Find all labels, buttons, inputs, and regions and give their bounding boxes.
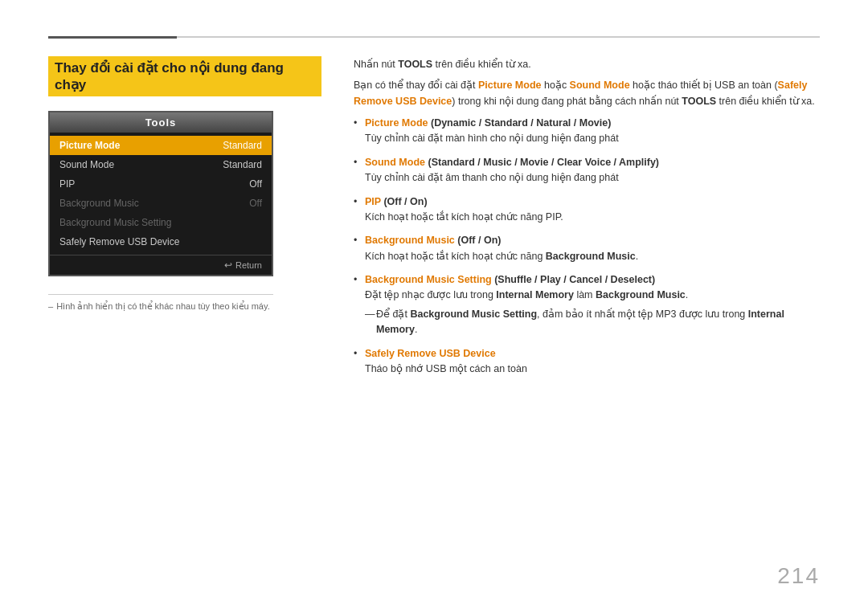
bullet-heading-rest: (Standard / Music / Movie / Clear Voice … <box>425 157 659 168</box>
return-label: Return <box>235 260 262 270</box>
menu-item-label: Sound Mode <box>59 159 114 170</box>
menu-item-label: Safely Remove USB Device <box>59 236 179 247</box>
caption-body: Hình ảnh hiển thị có thể khác nhau tùy t… <box>56 301 270 311</box>
tools-keyword: TOOLS <box>398 59 432 70</box>
menu-item-value: Off <box>249 178 262 190</box>
background-music-ref: Background Music <box>596 289 686 300</box>
bullet-body: Kích hoạt hoặc tắt kích hoạt chức năng B… <box>365 251 638 262</box>
caption-text: –Hình ảnh hiển thị có thể khác nhau tùy … <box>48 294 273 312</box>
bullet-body: Kích hoạt hoặc tắt kích hoạt chức năng P… <box>365 211 563 223</box>
menu-item-pip[interactable]: PIP Off <box>50 174 272 194</box>
tv-menu-return[interactable]: ↩ Return <box>50 255 272 275</box>
tools-keyword2: TOOLS <box>682 96 716 107</box>
tv-menu-title: Tools <box>50 112 272 133</box>
picture-mode-ref: Picture Mode <box>478 80 542 91</box>
menu-item-label: PIP <box>59 178 75 190</box>
menu-item-background-music-setting[interactable]: Background Music Setting <box>50 213 272 232</box>
left-column: Thay đổi cài đặt cho nội dung đang chạy … <box>48 56 321 385</box>
intro-line2: Bạn có thể thay đổi cài đặt Picture Mode… <box>354 77 820 109</box>
bullet-heading-orange: Background Music <box>365 235 455 246</box>
tv-menu-box: Tools Picture Mode Standard Sound Mode S… <box>48 111 273 276</box>
internal-memory-ref: Internal Memory <box>496 289 574 300</box>
bullet-body: Đặt tệp nhạc được lưu trong Internal Mem… <box>365 289 688 300</box>
menu-item-safely-remove[interactable]: Safely Remove USB Device <box>50 232 272 251</box>
bullet-heading-rest: (Off / On) <box>455 235 502 246</box>
bullet-body: Tháo bộ nhớ USB một cách an toàn <box>365 363 527 374</box>
menu-item-sound-mode[interactable]: Sound Mode Standard <box>50 155 272 174</box>
menu-item-value: Standard <box>223 140 262 151</box>
bullet-heading-orange: Sound Mode <box>365 157 425 168</box>
bg-music-inline: Background Music <box>546 251 636 262</box>
bullet-heading-orange: Picture Mode <box>365 117 428 129</box>
menu-item-label: Background Music <box>59 198 139 209</box>
bullet-heading-orange: Safely Remove USB Device <box>365 348 496 359</box>
note-setting-ref: Background Music Setting <box>410 309 537 320</box>
bullet-heading-rest: (Off / On) <box>381 196 428 207</box>
sound-mode-ref: Sound Mode <box>570 80 630 91</box>
bullet-body: Tùy chỉnh cài đặt âm thanh cho nội dung … <box>365 172 619 183</box>
page-number: 214 <box>777 563 820 589</box>
right-column: Nhấn nút TOOLS trên điều khiển từ xa. Bạ… <box>354 56 820 385</box>
bullet-heading-orange: PIP <box>365 196 381 207</box>
caption-dash: – <box>48 301 53 311</box>
menu-item-value: Standard <box>223 159 262 170</box>
bullet-safely-remove: Safely Remove USB Device Tháo bộ nhớ USB… <box>354 346 820 378</box>
content-area: Thay đổi cài đặt cho nội dung đang chạy … <box>48 56 820 385</box>
menu-item-value: Off <box>249 198 262 209</box>
intro-line1: Nhấn nút TOOLS trên điều khiển từ xa. <box>354 56 820 72</box>
bullet-sound-mode: Sound Mode (Standard / Music / Movie / C… <box>354 155 820 186</box>
menu-item-background-music[interactable]: Background Music Off <box>50 194 272 213</box>
bullet-pip: PIP (Off / On) Kích hoạt hoặc tắt kích h… <box>354 194 820 226</box>
menu-item-label: Picture Mode <box>59 140 120 151</box>
menu-item-picture-mode[interactable]: Picture Mode Standard <box>50 136 272 155</box>
bullet-picture-mode: Picture Mode (Dynamic / Standard / Natur… <box>354 116 820 147</box>
bullet-heading-orange: Background Music Setting <box>365 274 492 285</box>
bullet-body: Tùy chỉnh cài đặt màn hình cho nội dung … <box>365 133 619 144</box>
bullet-background-music-setting: Background Music Setting (Shuffle / Play… <box>354 272 820 338</box>
bullet-background-music: Background Music (Off / On) Kích hoạt ho… <box>354 233 820 264</box>
tv-menu-items: Picture Mode Standard Sound Mode Standar… <box>50 133 272 255</box>
note-body: Để đặt Background Music Setting, đảm bảo… <box>376 309 784 335</box>
bullet-heading-rest: (Dynamic / Standard / Natural / Movie) <box>428 117 612 129</box>
page-container: Thay đổi cài đặt cho nội dung đang chạy … <box>0 0 868 613</box>
top-border-accent <box>48 36 177 39</box>
note-item: Để đặt Background Music Setting, đảm bảo… <box>365 307 820 338</box>
section-title: Thay đổi cài đặt cho nội dung đang chạy <box>48 56 321 96</box>
return-arrow-icon: ↩ <box>224 260 232 271</box>
menu-item-label: Background Music Setting <box>59 217 171 228</box>
bullet-heading-rest: (Shuffle / Play / Cancel / Deselect) <box>492 274 656 285</box>
bullet-list: Picture Mode (Dynamic / Standard / Natur… <box>354 116 820 377</box>
